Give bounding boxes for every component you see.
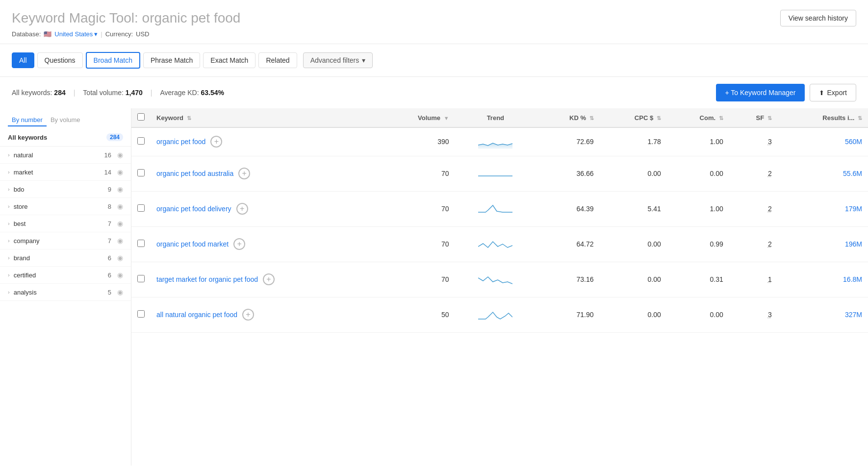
row-checkbox[interactable] <box>137 240 145 247</box>
results-link[interactable]: 196M <box>845 240 862 248</box>
eye-icon[interactable]: ◉ <box>117 151 123 159</box>
row-checkbox[interactable] <box>137 204 145 212</box>
cpc-cell: 0.00 <box>600 226 667 262</box>
currency-label: Currency: <box>105 30 133 38</box>
col-kd[interactable]: KD % ⇅ <box>536 108 600 127</box>
row-checkbox-cell[interactable] <box>131 156 151 191</box>
keyword-manager-button[interactable]: + To Keyword Manager <box>716 84 804 101</box>
keyword-link[interactable]: organic pet food australia <box>156 170 233 177</box>
keyword-link[interactable]: organic pet food market <box>156 240 229 248</box>
col-sf[interactable]: SF ⇅ <box>729 108 778 127</box>
add-to-manager-button[interactable]: + <box>233 238 245 250</box>
eye-icon[interactable]: ◉ <box>117 254 123 262</box>
total-volume: 1,470 <box>126 89 143 97</box>
eye-icon[interactable]: ◉ <box>117 185 123 193</box>
col-com[interactable]: Com. ⇅ <box>667 108 729 127</box>
add-to-manager-button[interactable]: + <box>263 273 275 285</box>
row-checkbox-cell[interactable] <box>131 226 151 262</box>
eye-icon[interactable]: ◉ <box>117 288 123 296</box>
database-selector[interactable]: United States ▾ <box>54 30 98 38</box>
results-link[interactable]: 55.6M <box>843 170 862 177</box>
sidebar-item[interactable]: › natural 16 ◉ <box>0 147 131 164</box>
eye-icon[interactable]: ◉ <box>117 237 123 245</box>
keyword-cell: organic pet food + <box>151 127 380 156</box>
select-all-checkbox[interactable] <box>137 113 145 121</box>
sidebar-item[interactable]: › market 14 ◉ <box>0 164 131 181</box>
by-number-tab[interactable]: By number <box>8 114 47 126</box>
sidebar-item-count: 16 <box>104 151 111 159</box>
keyword-cell: all natural organic pet food + <box>151 297 380 332</box>
com-cell: 0.99 <box>667 226 729 262</box>
sidebar-item[interactable]: › company 7 ◉ <box>0 232 131 249</box>
sidebar-item[interactable]: › bdo 9 ◉ <box>0 181 131 198</box>
keyword-link[interactable]: organic pet food delivery <box>156 205 231 213</box>
chevron-right-icon: › <box>8 169 10 175</box>
row-checkbox[interactable] <box>137 310 145 318</box>
eye-icon[interactable]: ◉ <box>117 271 123 279</box>
col-keyword[interactable]: Keyword ⇅ <box>151 108 380 127</box>
sidebar-all-keywords[interactable]: All keywords 284 <box>0 128 131 147</box>
tab-questions[interactable]: Questions <box>37 52 83 68</box>
col-volume[interactable]: Volume ▼ <box>380 108 455 127</box>
results-link[interactable]: 16.8M <box>843 275 862 283</box>
row-checkbox[interactable] <box>137 137 145 145</box>
database-row: Database: 🇺🇸 United States ▾ | Currency:… <box>12 30 856 38</box>
select-all-cell[interactable] <box>131 108 151 127</box>
add-to-manager-button[interactable]: + <box>210 136 222 148</box>
keywords-stat: All keywords: 284 <box>12 89 66 97</box>
results-link[interactable]: 560M <box>845 138 862 146</box>
sidebar-item[interactable]: › store 8 ◉ <box>0 198 131 215</box>
col-trend: Trend <box>455 108 536 127</box>
keyword-link[interactable]: organic pet food <box>156 138 205 146</box>
table-row: organic pet food + 390 72.69 1.78 1.00 3… <box>131 127 868 156</box>
tab-related[interactable]: Related <box>258 52 297 68</box>
eye-icon[interactable]: ◉ <box>117 168 123 176</box>
row-checkbox[interactable] <box>137 275 145 282</box>
view-history-button[interactable]: View search history <box>780 10 856 26</box>
eye-icon[interactable]: ◉ <box>117 202 123 210</box>
keyword-table: Keyword ⇅ Volume ▼ Trend KD % ⇅ CPC $ ⇅ … <box>131 108 868 333</box>
results-cell: 55.6M <box>778 156 868 191</box>
export-button[interactable]: ⬆ Export <box>810 84 856 101</box>
results-link[interactable]: 327M <box>845 311 862 319</box>
sidebar-item[interactable]: › best 7 ◉ <box>0 215 131 232</box>
sf-cell: 2 <box>729 191 778 226</box>
cpc-cell: 0.00 <box>600 297 667 332</box>
tab-exact-match[interactable]: Exact Match <box>203 52 255 68</box>
row-checkbox-cell[interactable] <box>131 127 151 156</box>
sidebar-item[interactable]: › certified 6 ◉ <box>0 267 131 284</box>
results-cell: 179M <box>778 191 868 226</box>
keyword-link[interactable]: target market for organic pet food <box>156 275 258 283</box>
row-checkbox-cell[interactable] <box>131 297 151 332</box>
sort-icon: ⇅ <box>589 115 594 121</box>
add-to-manager-button[interactable]: + <box>238 168 250 179</box>
tab-all[interactable]: All <box>12 52 34 68</box>
sidebar-item-count: 7 <box>108 220 111 227</box>
col-results[interactable]: Results i... ⇅ <box>778 108 868 127</box>
tab-broad-match[interactable]: Broad Match <box>86 52 140 69</box>
eye-icon[interactable]: ◉ <box>117 220 123 227</box>
cpc-cell: 5.41 <box>600 191 667 226</box>
col-cpc[interactable]: CPC $ ⇅ <box>600 108 667 127</box>
sort-icon: ⇅ <box>719 115 723 121</box>
sf-cell: 2 <box>729 156 778 191</box>
keyword-link[interactable]: all natural organic pet food <box>156 311 237 319</box>
tab-phrase-match[interactable]: Phrase Match <box>143 52 200 68</box>
results-link[interactable]: 179M <box>845 205 862 213</box>
trend-cell <box>455 191 536 226</box>
add-to-manager-button[interactable]: + <box>236 203 248 215</box>
sidebar-item-count: 7 <box>108 237 111 245</box>
volume-stat: Total volume: 1,470 <box>83 89 142 97</box>
advanced-filters-button[interactable]: Advanced filters ▾ <box>303 52 373 68</box>
row-checkbox[interactable] <box>137 169 145 176</box>
row-checkbox-cell[interactable] <box>131 191 151 226</box>
add-to-manager-button[interactable]: + <box>242 309 254 321</box>
sidebar-item[interactable]: › brand 6 ◉ <box>0 249 131 267</box>
by-volume-tab[interactable]: By volume <box>47 114 84 126</box>
trend-cell <box>455 262 536 297</box>
keyword-cell: organic pet food australia + <box>151 156 380 191</box>
keyword-cell: target market for organic pet food + <box>151 262 380 297</box>
row-checkbox-cell[interactable] <box>131 262 151 297</box>
com-cell: 0.31 <box>667 262 729 297</box>
sidebar-item[interactable]: › analysis 5 ◉ <box>0 284 131 301</box>
